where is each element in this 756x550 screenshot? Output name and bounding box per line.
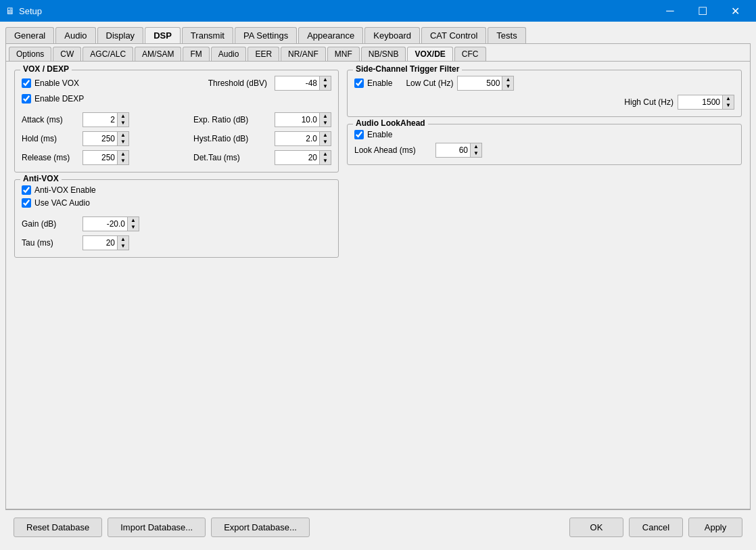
- subtab-fm[interactable]: FM: [183, 47, 209, 61]
- left-col: VOX / DEXP Enable VOX Threshold (dBV) ▲ …: [14, 70, 339, 501]
- hold-input[interactable]: [83, 132, 117, 145]
- maximize-button[interactable]: ☐: [687, 0, 718, 22]
- exp-ratio-input[interactable]: [275, 113, 319, 127]
- import-database-button[interactable]: Import Database...: [108, 518, 206, 537]
- attack-down-btn[interactable]: ▼: [118, 120, 128, 127]
- use-vac-checkbox[interactable]: [22, 198, 31, 208]
- lookahead-input[interactable]: [436, 143, 470, 157]
- ok-button[interactable]: OK: [569, 518, 623, 537]
- subtab-nb-snb[interactable]: NB/SNB: [361, 47, 406, 61]
- gain-row: Gain (dB) ▲ ▼: [22, 216, 331, 231]
- high-cut-input[interactable]: [678, 95, 722, 109]
- subtab-mnf[interactable]: MNF: [327, 47, 360, 61]
- hyst-ratio-input[interactable]: [275, 132, 319, 145]
- subtab-cw[interactable]: CW: [53, 47, 81, 61]
- exp-ratio-up-btn[interactable]: ▲: [320, 113, 331, 120]
- lookahead-down-btn[interactable]: ▼: [471, 150, 481, 157]
- tab-cat-control[interactable]: CAT Control: [421, 27, 486, 43]
- low-cut-spinbox-buttons: ▲ ▼: [502, 76, 513, 90]
- lookahead-enable-checkbox[interactable]: [354, 130, 364, 139]
- side-channel-enable-checkbox[interactable]: [354, 78, 364, 88]
- subtab-eer[interactable]: EER: [247, 47, 279, 61]
- tau-spinbox-buttons: ▲ ▼: [117, 236, 128, 250]
- hyst-ratio-up-btn[interactable]: ▲: [320, 132, 331, 139]
- threshold-up-btn[interactable]: ▲: [320, 76, 331, 83]
- threshold-down-btn[interactable]: ▼: [320, 83, 331, 90]
- lookahead-enable-row: Enable: [354, 130, 734, 139]
- attack-input[interactable]: [83, 113, 117, 127]
- hold-down-btn[interactable]: ▼: [118, 139, 128, 145]
- tab-tests[interactable]: Tests: [488, 27, 525, 43]
- det-tau-up-btn[interactable]: ▲: [320, 151, 331, 158]
- panels-row: VOX / DEXP Enable VOX Threshold (dBV) ▲ …: [14, 70, 742, 501]
- tab-appearance[interactable]: Appearance: [298, 27, 363, 43]
- tab-keyboard[interactable]: Keyboard: [364, 27, 420, 43]
- gain-input[interactable]: [83, 217, 127, 231]
- tau-down-btn[interactable]: ▼: [118, 243, 128, 250]
- tau-input[interactable]: [83, 236, 117, 250]
- hyst-ratio-down-btn[interactable]: ▼: [320, 139, 331, 145]
- high-cut-spinbox: ▲ ▼: [678, 95, 734, 110]
- anti-vox-enable-label: Anti-VOX Enable: [34, 185, 96, 195]
- anti-vox-title: Anti-VOX: [20, 174, 62, 183]
- subtab-options[interactable]: Options: [9, 47, 51, 61]
- lookahead-ms-label: Look Ahead (ms): [354, 145, 435, 155]
- enable-vox-checkbox[interactable]: [22, 78, 31, 88]
- export-database-button[interactable]: Export Database...: [211, 518, 310, 537]
- high-cut-spinbox-buttons: ▲ ▼: [722, 95, 734, 109]
- tab-general[interactable]: General: [5, 27, 54, 43]
- gain-down-btn[interactable]: ▼: [128, 224, 139, 231]
- subtab-nr-anf[interactable]: NR/ANF: [281, 47, 326, 61]
- tab-dsp[interactable]: DSP: [145, 27, 181, 43]
- tau-up-btn[interactable]: ▲: [118, 236, 128, 243]
- det-tau-input[interactable]: [275, 151, 319, 164]
- right-col: Side-Channel Trigger Filter Enable Low C…: [347, 70, 742, 501]
- attack-spinbox: ▲ ▼: [82, 112, 129, 127]
- apply-button[interactable]: Apply: [688, 518, 742, 537]
- enable-dexp-checkbox[interactable]: [22, 94, 31, 104]
- tab-audio[interactable]: Audio: [55, 27, 95, 43]
- release-spinbox: ▲ ▼: [82, 150, 129, 165]
- hold-hyst-row: Hold (ms) ▲ ▼ Hyst.Ratio (dB): [22, 131, 331, 146]
- gain-spinbox: ▲ ▼: [82, 216, 139, 231]
- attack-up-btn[interactable]: ▲: [118, 113, 128, 120]
- minimize-button[interactable]: ─: [655, 0, 686, 22]
- high-cut-label: High Cut (Hz): [624, 97, 674, 107]
- attack-label: Attack (ms): [22, 115, 82, 124]
- det-tau-down-btn[interactable]: ▼: [320, 158, 331, 164]
- hold-up-btn[interactable]: ▲: [118, 132, 128, 139]
- tab-pa-settings[interactable]: PA Settings: [235, 27, 297, 43]
- window-title: Setup: [19, 6, 655, 16]
- subtab-agc-alc[interactable]: AGC/ALC: [82, 47, 133, 61]
- tab-transmit[interactable]: Transmit: [182, 27, 233, 43]
- anti-vox-enable-checkbox[interactable]: [22, 185, 31, 195]
- gain-up-btn[interactable]: ▲: [128, 217, 139, 224]
- subtab-am-sam[interactable]: AM/SAM: [135, 47, 181, 61]
- exp-ratio-down-btn[interactable]: ▼: [320, 120, 331, 127]
- hyst-ratio-spinbox-buttons: ▲ ▼: [319, 132, 331, 145]
- lookahead-up-btn[interactable]: ▲: [471, 143, 481, 150]
- tab-content-area: Options CW AGC/ALC AM/SAM FM Audio EER N…: [5, 43, 751, 509]
- release-up-btn[interactable]: ▲: [118, 151, 128, 158]
- low-cut-down-btn[interactable]: ▼: [502, 83, 513, 90]
- subtab-vox-de[interactable]: VOX/DE: [407, 47, 452, 61]
- reset-database-button[interactable]: Reset Database: [14, 518, 102, 537]
- anti-vox-group: Anti-VOX Anti-VOX Enable Use VAC Audio G…: [14, 179, 339, 258]
- high-cut-up-btn[interactable]: ▲: [723, 95, 734, 102]
- low-cut-up-btn[interactable]: ▲: [502, 76, 513, 83]
- exp-ratio-label: Exp. Ratio (dB): [193, 115, 275, 124]
- low-cut-input[interactable]: [458, 76, 502, 90]
- exp-ratio-spinbox-buttons: ▲ ▼: [319, 113, 331, 127]
- close-button[interactable]: ✕: [719, 0, 751, 22]
- release-input[interactable]: [83, 151, 117, 164]
- lookahead-ms-row: Look Ahead (ms) ▲ ▼: [354, 143, 734, 158]
- subtab-audio[interactable]: Audio: [211, 47, 247, 61]
- high-cut-down-btn[interactable]: ▼: [723, 102, 734, 109]
- cancel-button[interactable]: Cancel: [629, 518, 683, 537]
- tab-display[interactable]: Display: [97, 27, 144, 43]
- side-channel-enable-label: Enable: [367, 78, 392, 88]
- release-down-btn[interactable]: ▼: [118, 158, 128, 164]
- threshold-input[interactable]: [275, 76, 319, 90]
- subtab-cfc[interactable]: CFC: [454, 47, 486, 61]
- lookahead-enable-label: Enable: [367, 130, 392, 139]
